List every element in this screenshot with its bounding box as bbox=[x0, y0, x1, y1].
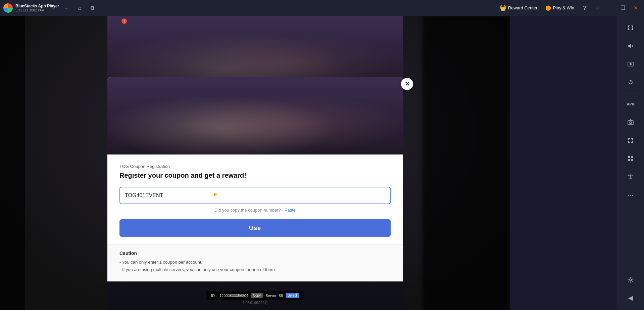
rotate-icon-button[interactable] bbox=[622, 74, 639, 91]
resize-icon-button[interactable] bbox=[622, 19, 639, 37]
modal-container: TOG Coupon Registration Register your co… bbox=[107, 77, 403, 281]
reward-center-icon: 👑 bbox=[500, 5, 506, 11]
play-win-button[interactable]: 🟠 Play & Win bbox=[542, 4, 578, 12]
titlebar: BlueStacks App Player 5.21.111.1002 P64 … bbox=[0, 0, 644, 16]
caution-title: Caution bbox=[119, 251, 391, 256]
game-version: 1.06.01(082291) bbox=[243, 301, 267, 305]
tabs-button[interactable]: ⧉ bbox=[87, 3, 97, 13]
svg-point-3 bbox=[630, 122, 632, 124]
reward-center-button[interactable]: 👑 Reward Center bbox=[496, 3, 541, 12]
bluestacks-logo bbox=[3, 3, 13, 13]
cursor-pointer bbox=[214, 193, 217, 196]
app-version: 5.21.111.1002 P64 bbox=[15, 8, 59, 12]
svg-rect-5 bbox=[631, 156, 633, 158]
copy-id-button[interactable]: Copy bbox=[251, 293, 263, 298]
modal-title: Register your coupon and get a reward! bbox=[119, 172, 391, 179]
shake-button[interactable] bbox=[622, 168, 639, 185]
apk-install-button[interactable]: APK bbox=[622, 95, 639, 113]
close-window-button[interactable]: ✕ bbox=[630, 2, 641, 14]
back-button[interactable]: ← bbox=[62, 3, 72, 13]
screenshot-button[interactable] bbox=[622, 114, 639, 131]
caution-section: Caution - You can only enter 1 coupon pe… bbox=[107, 244, 403, 281]
modal-top-image bbox=[107, 77, 403, 154]
server-label: Server: S8 bbox=[265, 294, 283, 298]
notification-badge: ! bbox=[121, 18, 127, 24]
svg-rect-2 bbox=[628, 121, 633, 125]
coupon-input[interactable] bbox=[125, 192, 385, 198]
reward-center-label: Reward Center bbox=[508, 5, 537, 10]
player-id-label: ID : bbox=[211, 294, 217, 298]
select-server-button[interactable]: Select bbox=[286, 293, 299, 298]
screen-record-button[interactable] bbox=[622, 55, 639, 73]
modal-subtitle: TOG Coupon Registration bbox=[119, 164, 391, 169]
sound-icon-button[interactable] bbox=[622, 37, 639, 55]
caution-line2: - If you are using multiple servers, you… bbox=[119, 266, 391, 273]
help-button[interactable]: ? bbox=[579, 2, 590, 14]
use-button[interactable]: Use bbox=[119, 219, 391, 237]
home-button[interactable]: ⌂ bbox=[75, 3, 85, 13]
titlebar-left: BlueStacks App Player 5.21.111.1002 P64 … bbox=[0, 3, 494, 13]
play-win-icon: 🟠 bbox=[545, 5, 551, 11]
modal-close-button[interactable]: ✕ bbox=[401, 78, 413, 90]
right-sidebar: APK ··· ◀ bbox=[617, 16, 644, 310]
svg-rect-4 bbox=[628, 156, 630, 158]
minimize-button[interactable]: − bbox=[604, 2, 616, 14]
app-name-main: BlueStacks App Player bbox=[15, 4, 59, 8]
menu-button[interactable]: ≡ bbox=[592, 2, 603, 14]
paste-hint: Did you copy the coupon number? Paste bbox=[119, 208, 391, 213]
app-name-block: BlueStacks App Player 5.21.111.1002 P64 bbox=[15, 4, 59, 12]
maximize-button[interactable]: ❐ bbox=[617, 2, 629, 14]
player-id-value: 12000800056804 bbox=[219, 294, 248, 298]
paste-hint-text: Did you copy the coupon number? bbox=[214, 208, 281, 213]
more-options-button[interactable]: ··· bbox=[622, 186, 639, 204]
play-win-label: Play & Win bbox=[553, 5, 574, 10]
svg-rect-7 bbox=[631, 159, 633, 161]
modal-chars-bg bbox=[107, 77, 403, 154]
svg-rect-6 bbox=[628, 159, 630, 161]
svg-point-8 bbox=[630, 279, 632, 281]
settings-button[interactable] bbox=[622, 271, 639, 289]
titlebar-right: 👑 Reward Center 🟠 Play & Win ? ≡ − ❐ ✕ bbox=[494, 2, 644, 14]
right-blur-panel bbox=[423, 16, 510, 310]
media-manager-button[interactable] bbox=[622, 150, 639, 167]
paste-link[interactable]: Paste bbox=[285, 208, 296, 213]
left-blur-panel bbox=[0, 16, 25, 310]
coupon-input-wrapper bbox=[119, 187, 391, 204]
caution-line1: - You can only enter 1 coupon per accoun… bbox=[119, 259, 391, 266]
fullscreen-button[interactable] bbox=[622, 132, 639, 149]
collapse-sidebar-button[interactable]: ◀ bbox=[622, 289, 639, 307]
main-area: ! ID : 12000800056804 Copy Server: S8 Se… bbox=[0, 16, 510, 310]
modal-body: TOG Coupon Registration Register your co… bbox=[107, 154, 403, 244]
sidebar-divider-1 bbox=[624, 93, 637, 93]
svg-point-1 bbox=[630, 63, 632, 65]
game-info-bar: ID : 12000800056804 Copy Server: S8 Sele… bbox=[206, 291, 304, 300]
